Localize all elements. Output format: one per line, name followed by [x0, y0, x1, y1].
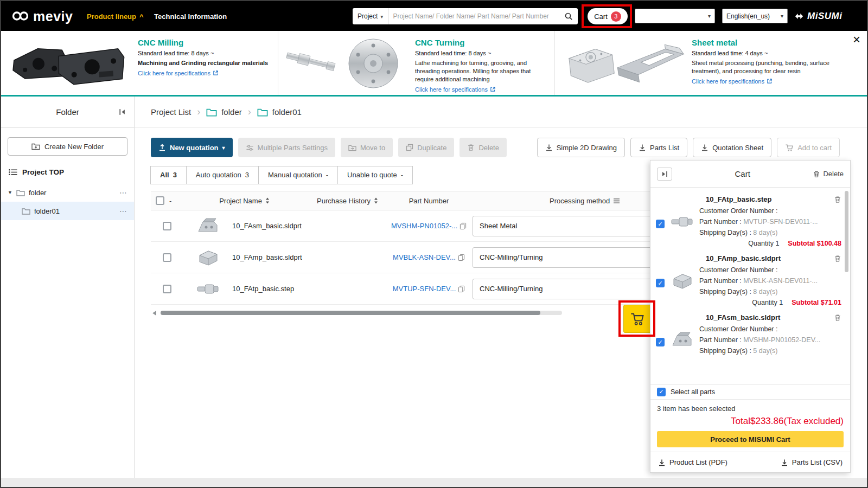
collapse-cart-panel-icon[interactable]	[657, 168, 672, 181]
more-menu-icon[interactable]: ⋯	[119, 188, 127, 197]
trash-icon[interactable]	[834, 255, 841, 262]
select-all-parts-label: Select all parts	[671, 388, 715, 396]
copy-icon[interactable]	[458, 254, 465, 261]
scroll-left-icon[interactable]	[152, 311, 157, 316]
cart-delete-button[interactable]: Delete	[813, 170, 844, 178]
tab-auto-quotation[interactable]: Auto quotation3	[186, 166, 259, 184]
duplicate-icon	[406, 144, 413, 151]
part-thumbnail	[669, 272, 694, 290]
download-icon	[545, 144, 553, 151]
part-number-link[interactable]: MVBLK-ASN-DEV...	[393, 253, 456, 261]
delete-button[interactable]: Delete	[459, 138, 507, 157]
tab-manual-quotation[interactable]: Manual quotation-	[258, 166, 338, 184]
breadcrumb-folder[interactable]: folder	[206, 107, 242, 117]
meviy-logo[interactable]: meviy	[11, 8, 73, 24]
banner-lead-time: Standard lead time: 4 days ~	[692, 50, 838, 56]
cart-scrollbar-thumb[interactable]	[845, 191, 848, 272]
scrollbar-thumb[interactable]	[161, 311, 540, 315]
nav-product-lineup[interactable]: Product lineup ^	[87, 12, 144, 20]
tab-all[interactable]: All3	[150, 166, 187, 184]
move-to-button[interactable]: Move to	[341, 138, 393, 157]
copy-icon[interactable]	[459, 222, 467, 230]
select-all-parts-checkbox[interactable]: ✓	[657, 388, 666, 396]
specifications-link[interactable]: Click here for specifications	[415, 86, 550, 93]
misumi-logo[interactable]: MiSUMi	[794, 11, 842, 22]
copy-icon[interactable]	[458, 285, 465, 293]
banner-lead-time: Standard lead time: 8 days ~	[138, 50, 273, 56]
multiple-parts-settings-button[interactable]: Multiple Parts Settings	[238, 138, 335, 157]
banner-title: CNC Turning	[415, 38, 550, 47]
cart-panel: Cart Delete 10_FAtp_basic.step ✓	[650, 160, 851, 473]
folder-move-icon	[348, 144, 356, 151]
header-purchase-history[interactable]: Purchase History	[305, 197, 390, 205]
sidebar-item-project-top[interactable]: Project TOP	[1, 161, 134, 183]
folder-icon	[16, 189, 25, 196]
meviy-app: meviy Product lineup ^ Technical Informa…	[0, 0, 868, 488]
highlight-box-cart-button	[582, 4, 632, 28]
more-menu-icon[interactable]: ⋯	[119, 207, 127, 215]
misumi-logo-icon	[794, 12, 804, 21]
cart-item-checkbox[interactable]: ✓	[656, 279, 665, 287]
banner-card-cnc-turning[interactable]: CNC Turning Standard lead time: 8 days ~…	[278, 31, 554, 95]
trash-icon	[467, 144, 475, 151]
quotation-sheet-button[interactable]: Quotation Sheet	[693, 138, 771, 157]
close-icon[interactable]: ×	[853, 33, 860, 46]
breadcrumb-folder01[interactable]: folder01	[257, 107, 302, 117]
simple-2d-drawing-button[interactable]: Simple 2D Drawing	[537, 138, 625, 157]
search-icon[interactable]	[564, 12, 573, 21]
row-project-name: 10_FAsm_basic.sldprt	[232, 222, 305, 230]
cart-item-checkbox[interactable]: ✓	[656, 338, 665, 346]
sidebar-item-folder01[interactable]: folder01 ⋯	[1, 202, 134, 220]
row-checkbox[interactable]	[163, 222, 171, 230]
cart-total: Total$233.86(Tax excluded)	[650, 413, 850, 429]
trash-icon[interactable]	[834, 196, 841, 203]
cart-item-checkbox[interactable]: ✓	[656, 220, 665, 228]
cart-icon	[785, 144, 794, 152]
specifications-link[interactable]: Click here for specifications	[692, 78, 838, 85]
cart-item: 10_FAmp_basic.sldprt ✓ Customer Order Nu…	[656, 250, 841, 308]
search-input[interactable]	[388, 12, 564, 20]
header-part-number[interactable]: Part Number	[390, 197, 468, 205]
chevron-down-icon: ▾	[380, 14, 383, 20]
specifications-link[interactable]: Click here for specifications	[138, 70, 273, 76]
new-quotation-button[interactable]: New quotation ▾	[151, 138, 233, 157]
parts-list-csv-link[interactable]: Parts List (CSV)	[781, 458, 843, 466]
banner-card-sheet-metal[interactable]: Sheet metal Standard lead time: 4 days ~…	[554, 31, 842, 95]
search-category-select[interactable]: Project ▾	[353, 8, 388, 24]
external-link-icon	[213, 70, 219, 76]
folder-icon	[257, 108, 268, 117]
create-new-folder-button[interactable]: Create New Folder	[8, 137, 127, 156]
language-select[interactable]: English(en_us) ▾	[722, 9, 788, 23]
parts-list-button[interactable]: Parts List	[630, 138, 687, 157]
part-thumbnail	[195, 280, 220, 298]
select-all-checkbox[interactable]	[156, 196, 164, 205]
banner-card-cnc-milling[interactable]: CNC Milling Standard lead time: 8 days ~…	[1, 31, 278, 95]
row-checkbox[interactable]	[163, 285, 171, 293]
account-select[interactable]: ▾	[635, 9, 715, 23]
product-list-pdf-link[interactable]: Product List (PDF)	[658, 458, 727, 466]
part-number-link[interactable]: MVSHM-PN01052-...	[391, 222, 457, 230]
breadcrumb: Project List › folder › folder01	[135, 97, 867, 128]
cart-item-shipping: 5 day(s)	[753, 347, 777, 355]
cart-item-part-number: MVSHM-PN01052-DEV...	[743, 336, 820, 344]
sidebar-title: Folder	[56, 107, 79, 117]
chevron-down-icon: ▾	[708, 13, 711, 19]
sidebar-item-folder[interactable]: ▼ folder ⋯	[1, 183, 134, 202]
row-checkbox[interactable]	[163, 253, 171, 262]
nav-technical-information[interactable]: Technical Information	[154, 12, 227, 20]
duplicate-button[interactable]: Duplicate	[398, 138, 454, 157]
row-project-name: 10_FAmp_basic.sldprt	[232, 253, 305, 261]
breadcrumb-project-list[interactable]: Project List	[151, 107, 191, 117]
tab-unable-to-quote[interactable]: Unable to quote-	[337, 166, 413, 184]
header-project-name[interactable]: Project Name	[183, 197, 305, 205]
meviy-logo-icon	[11, 11, 30, 22]
cart-item-quantity: 1	[779, 299, 783, 306]
trash-icon[interactable]	[834, 314, 841, 322]
proceed-to-misumi-cart-button[interactable]: Proceed to MISUMI Cart	[657, 431, 844, 447]
part-number-link[interactable]: MVTUP-SFN-DEV...	[393, 285, 456, 293]
collapse-sidebar-icon[interactable]	[118, 108, 126, 115]
add-to-cart-button[interactable]: Add to cart	[777, 138, 840, 157]
chevron-down-icon: ▾	[222, 145, 225, 151]
folder-icon	[206, 108, 217, 117]
external-link-icon	[490, 86, 496, 92]
